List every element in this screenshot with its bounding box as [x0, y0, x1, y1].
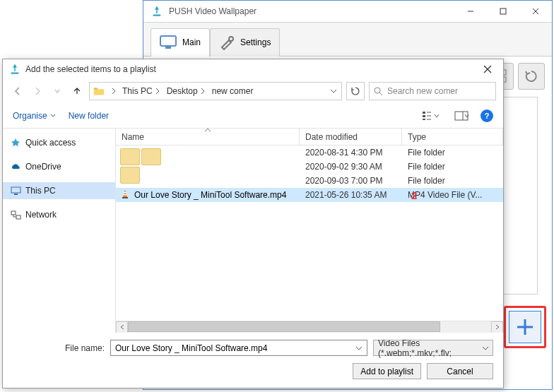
- svg-rect-14: [11, 73, 19, 74]
- app-title: PUSH Video Wallpaper: [169, 6, 454, 16]
- column-headers: Name Date modified Type: [116, 129, 503, 145]
- file-row[interactable]: 2020-09-03 7:00 PMFile folder: [116, 174, 503, 188]
- vlc-icon: [120, 189, 131, 201]
- new-folder-label: New folder: [69, 111, 109, 121]
- breadcrumb-root-label: This PC: [122, 86, 153, 96]
- svg-rect-5: [160, 36, 176, 46]
- view-mode-button[interactable]: [418, 108, 442, 124]
- scroll-left-button[interactable]: [116, 321, 128, 333]
- tab-main[interactable]: Main: [151, 28, 210, 57]
- sidebar-item-label: OneDrive: [25, 162, 61, 172]
- nav-back-button[interactable]: [10, 83, 25, 99]
- file-open-dialog: Add the selected items to a playlist Thi…: [2, 59, 504, 388]
- filetype-filter-label: Video Files (*.webm;*.mkv;*.flv;: [378, 338, 482, 358]
- chevron-down-icon: [355, 345, 363, 352]
- file-type: File folder: [402, 176, 503, 186]
- search-placeholder: Search new comer: [387, 86, 458, 96]
- refresh-icon: [350, 86, 360, 96]
- sidebar-item-network[interactable]: Network: [3, 206, 115, 223]
- svg-rect-19: [423, 112, 425, 114]
- new-folder-button[interactable]: New folder: [69, 111, 109, 121]
- reload-icon[interactable]: [518, 63, 545, 90]
- chevron-right-icon: [111, 88, 117, 95]
- breadcrumb-root[interactable]: This PC: [119, 86, 164, 96]
- primary-button-label: Add to playlist: [360, 367, 413, 376]
- add-to-playlist-button[interactable]: Add to playlist: [353, 363, 421, 379]
- svg-rect-27: [11, 187, 20, 193]
- cancel-button-label: Cancel: [447, 367, 473, 376]
- organise-menu[interactable]: Organise: [13, 111, 56, 121]
- breadcrumb-seg2[interactable]: new comer: [209, 86, 257, 96]
- scroll-thumb[interactable]: [128, 321, 440, 332]
- svg-rect-34: [124, 192, 126, 194]
- svg-point-7: [229, 37, 233, 41]
- star-icon: [10, 137, 21, 148]
- folder-icon: [120, 167, 140, 184]
- breadcrumb-chevron[interactable]: [107, 88, 119, 95]
- svg-point-17: [375, 88, 380, 93]
- filetype-filter[interactable]: Video Files (*.webm;*.mkv;*.flv;: [373, 340, 493, 356]
- folder-thumbnails: [120, 148, 165, 188]
- monitor-icon: [160, 35, 178, 49]
- file-row[interactable]: 2020-09-02 9:30 AMFile folder: [116, 160, 503, 174]
- file-date: 2021-05-26 10:35 AM: [300, 190, 402, 200]
- sidebar-item-quick-access[interactable]: Quick access: [3, 134, 115, 151]
- folder-icon: [120, 148, 140, 165]
- column-date-label: Date modified: [305, 132, 358, 142]
- sidebar-item-label: Quick access: [25, 138, 76, 148]
- dialog-navbar: This PC Desktop new comer Search new com…: [3, 79, 503, 103]
- scroll-track[interactable]: [128, 321, 491, 333]
- column-header-date[interactable]: Date modified: [300, 129, 402, 145]
- app-toolbar: Main Settings: [143, 23, 552, 57]
- breadcrumb-seg1[interactable]: Desktop: [164, 86, 209, 96]
- scroll-right-button[interactable]: [491, 321, 503, 333]
- preview-pane-button[interactable]: [449, 108, 473, 124]
- file-type: File folder: [402, 162, 503, 172]
- horizontal-scrollbar[interactable]: [116, 321, 503, 333]
- sidebar-item-label: Network: [25, 210, 57, 220]
- nav-forward-button[interactable]: [30, 83, 45, 99]
- cancel-button[interactable]: Cancel: [427, 363, 493, 379]
- plus-icon: [514, 316, 536, 338]
- address-dropdown[interactable]: [326, 88, 340, 95]
- help-button[interactable]: ?: [481, 109, 493, 122]
- svg-rect-28: [14, 194, 18, 195]
- file-type: MP4 Video File (V...: [402, 190, 503, 200]
- file-type: File folder: [402, 148, 503, 158]
- sidebar-item-label: This PC: [25, 186, 56, 196]
- chevron-down-icon: [482, 345, 488, 352]
- sidebar-item-onedrive[interactable]: OneDrive: [3, 158, 115, 175]
- svg-rect-20: [423, 115, 425, 117]
- refresh-button[interactable]: [346, 82, 365, 100]
- svg-rect-30: [16, 215, 20, 219]
- nav-up-button[interactable]: [69, 83, 85, 99]
- add-item-button[interactable]: [509, 311, 541, 343]
- breadcrumb-seg1-label: Desktop: [167, 86, 198, 96]
- file-list-pane: Name Date modified Type 2020-08-31 4:30 …: [116, 129, 503, 333]
- address-bar[interactable]: This PC Desktop new comer: [89, 82, 342, 100]
- nav-recent-dropdown[interactable]: [49, 83, 65, 99]
- search-input[interactable]: Search new comer: [369, 82, 496, 100]
- cloud-icon: [10, 161, 21, 172]
- chevron-down-icon: [330, 88, 337, 95]
- file-row[interactable]: 2020-08-31 4:30 PMFile folder: [116, 145, 503, 160]
- svg-rect-6: [165, 47, 171, 49]
- tab-settings[interactable]: Settings: [210, 28, 280, 57]
- column-header-name[interactable]: Name: [116, 129, 300, 145]
- sidebar-item-this-pc[interactable]: This PC: [3, 182, 115, 199]
- folder-icon: [141, 148, 161, 165]
- file-row[interactable]: Our Love Story _ MiniTool Software.mp420…: [116, 188, 503, 202]
- add-item-highlight: [504, 306, 546, 348]
- column-header-type[interactable]: Type: [402, 129, 503, 145]
- filename-input[interactable]: Our Love Story _ MiniTool Software.mp4: [110, 340, 367, 356]
- app-logo-icon: [151, 5, 163, 18]
- close-button[interactable]: [519, 1, 552, 22]
- maximize-button[interactable]: [487, 1, 519, 22]
- minimize-button[interactable]: [454, 1, 487, 22]
- dialog-logo-icon: [8, 63, 21, 76]
- dialog-close-button[interactable]: [478, 61, 497, 78]
- pc-icon: [10, 185, 21, 196]
- dialog-title: Add the selected items to a playlist: [25, 64, 478, 74]
- breadcrumb-seg2-label: new comer: [212, 86, 254, 96]
- navigation-sidebar: Quick access OneDrive This PC Network: [3, 129, 116, 333]
